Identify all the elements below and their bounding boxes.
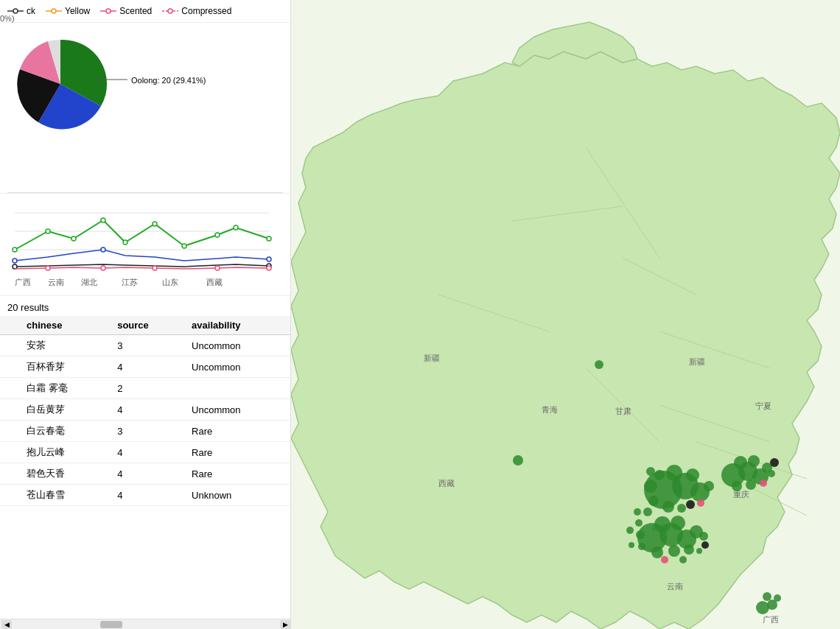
svg-text:重庆: 重庆 — [733, 490, 749, 499]
pie-chart-area: 0%) Oolong: 20 (29.41%) — [0, 23, 290, 192]
row-cell-chinese: 白岳黄芽 — [21, 399, 111, 421]
legend-label-black: ck — [27, 6, 35, 16]
table-row[interactable]: 白霜 雾毫 2 — [0, 378, 290, 399]
svg-point-76 — [671, 516, 685, 530]
h-scrollbar[interactable]: ◀ ▶ — [0, 619, 290, 629]
table-row[interactable]: 白岳黄芽 4 Uncommon — [0, 399, 290, 421]
legend-label-yellow: Yellow — [65, 6, 90, 16]
svg-text:云南: 云南 — [48, 278, 64, 287]
svg-point-75 — [654, 516, 671, 533]
svg-point-1 — [13, 9, 18, 13]
row-cell-source: 3 — [111, 421, 186, 442]
map-panel: 新疆 青海 西藏 四川 重庆 宁夏 甘肃 广西 云南 新疆 — [291, 0, 840, 629]
svg-point-109 — [595, 360, 603, 369]
svg-text:新疆: 新疆 — [689, 357, 705, 366]
svg-point-28 — [46, 266, 50, 270]
svg-point-13 — [13, 247, 17, 252]
data-table: chinese source availability 安茶 3 Uncommo… — [0, 316, 290, 506]
svg-point-86 — [636, 530, 645, 539]
svg-point-88 — [696, 548, 702, 554]
svg-text:甘肃: 甘肃 — [615, 407, 631, 415]
svg-point-99 — [732, 481, 742, 491]
table-row[interactable]: 百杯香芽 4 Uncommon — [0, 356, 290, 378]
table-row[interactable]: 白云春毫 3 Rare — [0, 421, 290, 442]
row-cell-empty — [0, 335, 21, 356]
row-cell-chinese: 白云春毫 — [21, 421, 111, 442]
svg-point-103 — [770, 458, 779, 467]
svg-point-22 — [267, 236, 271, 241]
svg-point-83 — [661, 556, 668, 563]
row-cell-empty — [0, 485, 21, 506]
svg-point-107 — [774, 594, 781, 602]
svg-point-18 — [153, 222, 157, 226]
row-cell-chinese: 抱儿云峰 — [21, 442, 111, 463]
table-row[interactable]: 安茶 3 Uncommon — [0, 335, 290, 356]
svg-point-24 — [101, 247, 105, 252]
svg-point-17 — [123, 240, 127, 245]
svg-point-97 — [748, 455, 760, 467]
svg-point-87 — [635, 519, 643, 527]
data-table-wrap[interactable]: chinese source availability 安茶 3 Uncommo… — [0, 316, 290, 619]
row-cell-availability: Unknown — [186, 485, 290, 506]
table-row[interactable]: 苍山春雪 4 Unknown — [0, 485, 290, 506]
svg-point-71 — [646, 467, 655, 476]
svg-point-79 — [668, 545, 680, 557]
svg-point-15 — [71, 236, 76, 241]
row-cell-source: 4 — [111, 399, 186, 421]
table-row[interactable]: 抱儿云峰 4 Rare — [0, 442, 290, 463]
h-scroll-thumb[interactable] — [100, 621, 122, 628]
col-header-source: source — [111, 316, 186, 335]
svg-point-100 — [746, 479, 756, 490]
svg-point-25 — [267, 257, 271, 261]
legend-label-scented: Scented — [119, 6, 152, 16]
svg-point-30 — [153, 266, 157, 270]
svg-text:青海: 青海 — [542, 405, 558, 414]
pie-tooltip-text: Oolong: 20 (29.41%) — [131, 76, 206, 85]
svg-point-63 — [704, 481, 714, 491]
svg-point-20 — [215, 233, 220, 237]
table-area: 20 results chinese source availability 安… — [0, 296, 290, 629]
row-cell-source: 4 — [111, 442, 186, 463]
legend-item-scented: Scented — [100, 6, 152, 16]
row-cell-availability: Rare — [186, 421, 290, 442]
legend-item-compressed: Compressed — [162, 6, 231, 16]
svg-point-26 — [13, 264, 17, 269]
svg-point-64 — [662, 501, 674, 513]
svg-point-82 — [701, 541, 709, 549]
h-scroll-right[interactable]: ▶ — [280, 620, 290, 629]
svg-point-78 — [651, 547, 663, 558]
row-cell-source: 4 — [111, 463, 186, 485]
svg-text:新疆: 新疆 — [424, 354, 440, 362]
row-cell-empty — [0, 356, 21, 378]
svg-point-69 — [644, 479, 657, 493]
svg-text:西藏: 西藏 — [438, 479, 455, 488]
svg-text:江苏: 江苏 — [122, 278, 138, 287]
col-header-availability: availability — [186, 316, 290, 335]
svg-point-80 — [684, 544, 694, 555]
row-cell-empty — [0, 421, 21, 442]
row-cell-empty — [0, 378, 21, 399]
svg-point-29 — [101, 266, 105, 270]
table-row[interactable]: 碧色天香 4 Rare — [0, 463, 290, 485]
h-scroll-left[interactable]: ◀ — [1, 620, 12, 629]
svg-point-19 — [182, 244, 186, 248]
svg-point-85 — [638, 543, 645, 550]
svg-point-90 — [643, 507, 652, 516]
row-cell-empty — [0, 442, 21, 463]
svg-point-101 — [760, 479, 767, 487]
svg-point-5 — [106, 9, 111, 13]
svg-point-21 — [234, 225, 238, 230]
svg-point-65 — [686, 500, 695, 509]
svg-point-32 — [267, 266, 271, 270]
row-cell-chinese: 苍山春雪 — [21, 485, 111, 506]
pie-tooltip: Oolong: 20 (29.41%) — [94, 74, 206, 85]
svg-point-106 — [763, 592, 771, 601]
svg-text:云南: 云南 — [667, 582, 683, 591]
map-svg: 新疆 青海 西藏 四川 重庆 宁夏 甘肃 广西 云南 新疆 — [291, 0, 840, 629]
svg-point-108 — [513, 455, 523, 465]
svg-text:湖北: 湖北 — [81, 278, 97, 287]
left-panel: ck Yellow Scented Compressed 0%) — [0, 0, 291, 629]
svg-point-84 — [679, 556, 687, 563]
row-cell-chinese: 百杯香芽 — [21, 356, 111, 378]
svg-point-16 — [101, 218, 105, 222]
